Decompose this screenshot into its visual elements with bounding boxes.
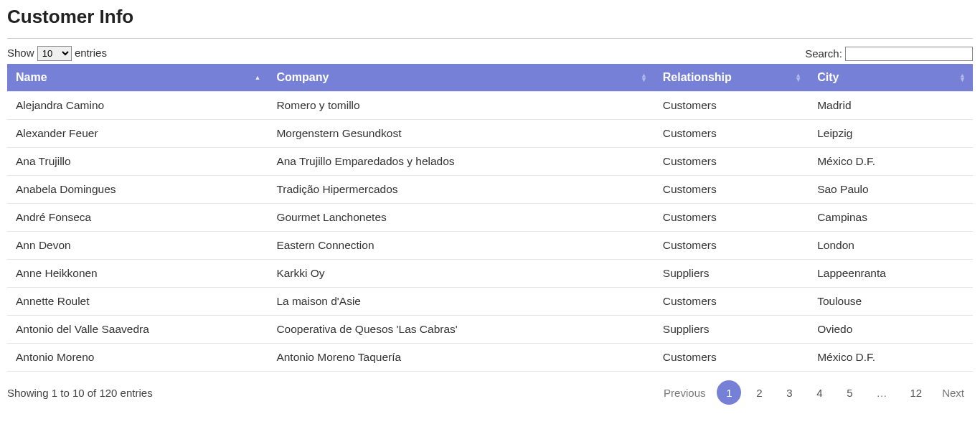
table-body: Alejandra CaminoRomero y tomilloCustomer… [7,92,973,372]
cell-city: Leipzig [809,120,973,148]
cell-company: La maison d'Asie [268,288,654,316]
search-label: Search: [805,47,842,60]
table-row: Antonio del Valle SaavedraCooperativa de… [7,316,973,344]
cell-name: Annette Roulet [7,288,268,316]
page-ellipsis: … [867,380,895,405]
table-info: Showing 1 to 10 of 120 entries [7,387,153,399]
cell-company: Romero y tomillo [268,92,654,120]
entries-select[interactable]: 102550100 [37,46,72,61]
column-header-relationship[interactable]: Relationship ▲▼ [654,64,809,92]
cell-city: Campinas [809,204,973,232]
page-1[interactable]: 1 [717,380,741,405]
search-control: Search: [805,47,973,61]
cell-city: Lappeenranta [809,260,973,288]
table-row: Antonio MorenoAntonio Moreno TaqueríaCus… [7,344,973,372]
cell-relationship: Suppliers [654,316,809,344]
cell-company: Cooperativa de Quesos 'Las Cabras' [268,316,654,344]
cell-name: Alexander Feuer [7,120,268,148]
cell-relationship: Suppliers [654,260,809,288]
sort-icon: ▲▼ [795,73,801,82]
sort-icon: ▲▼ [641,73,647,82]
cell-name: Antonio Moreno [7,344,268,372]
cell-company: Eastern Connection [268,232,654,260]
sort-icon: ▲ [254,75,260,80]
cell-company: Karkki Oy [268,260,654,288]
page-12[interactable]: 12 [901,380,930,405]
page-2[interactable]: 2 [747,380,771,405]
divider [7,38,973,39]
cell-name: Ana Trujillo [7,148,268,176]
customer-table: Name ▲ Company ▲▼ Relationship ▲▼ City ▲… [7,64,973,372]
cell-company: Tradição Hipermercados [268,176,654,204]
cell-relationship: Customers [654,120,809,148]
cell-city: London [809,232,973,260]
cell-name: Alejandra Camino [7,92,268,120]
table-footer: Showing 1 to 10 of 120 entries Previous1… [7,380,973,405]
column-label: Name [16,71,47,83]
column-label: Company [276,71,329,83]
cell-city: Sao Paulo [809,176,973,204]
pagination: Previous12345…12Next [655,380,973,405]
table-header-row: Name ▲ Company ▲▼ Relationship ▲▼ City ▲… [7,64,973,92]
column-label: Relationship [663,71,732,83]
table-row: André FonsecaGourmet LanchonetesCustomer… [7,204,973,232]
cell-name: Anne Heikkonen [7,260,268,288]
cell-relationship: Customers [654,204,809,232]
table-row: Anabela DominguesTradição HipermercadosC… [7,176,973,204]
cell-relationship: Customers [654,288,809,316]
cell-city: México D.F. [809,344,973,372]
cell-relationship: Customers [654,344,809,372]
cell-city: Madrid [809,92,973,120]
column-header-city[interactable]: City ▲▼ [809,64,973,92]
column-header-company[interactable]: Company ▲▼ [268,64,654,92]
page-prev[interactable]: Previous [658,380,711,405]
cell-name: Antonio del Valle Saavedra [7,316,268,344]
sort-icon: ▲▼ [959,73,966,82]
cell-name: André Fonseca [7,204,268,232]
cell-relationship: Customers [654,176,809,204]
show-label-post: entries [75,47,107,59]
cell-name: Ann Devon [7,232,268,260]
page-next[interactable]: Next [936,380,970,405]
cell-city: Oviedo [809,316,973,344]
cell-company: Gourmet Lanchonetes [268,204,654,232]
cell-company: Morgenstern Gesundkost [268,120,654,148]
column-label: City [817,71,839,83]
cell-city: Toulouse [809,288,973,316]
page-title: Customer Info [7,6,973,28]
table-row: Alexander FeuerMorgenstern GesundkostCus… [7,120,973,148]
column-header-name[interactable]: Name ▲ [7,64,268,92]
table-row: Annette RouletLa maison d'AsieCustomersT… [7,288,973,316]
cell-company: Ana Trujillo Emparedados y helados [268,148,654,176]
table-controls: Show 102550100 entries Search: [7,46,973,61]
cell-company: Antonio Moreno Taquería [268,344,654,372]
cell-relationship: Customers [654,232,809,260]
page-5[interactable]: 5 [837,380,862,405]
cell-relationship: Customers [654,92,809,120]
cell-city: México D.F. [809,148,973,176]
table-row: Ann DevonEastern ConnectionCustomersLond… [7,232,973,260]
table-row: Anne HeikkonenKarkki OySuppliersLappeenr… [7,260,973,288]
search-input[interactable] [845,47,973,61]
page-3[interactable]: 3 [777,380,801,405]
cell-relationship: Customers [654,148,809,176]
table-row: Alejandra CaminoRomero y tomilloCustomer… [7,92,973,120]
cell-name: Anabela Domingues [7,176,268,204]
page-4[interactable]: 4 [807,380,831,405]
show-label-pre: Show [7,47,34,59]
table-row: Ana TrujilloAna Trujillo Emparedados y h… [7,148,973,176]
length-control: Show 102550100 entries [7,46,107,61]
